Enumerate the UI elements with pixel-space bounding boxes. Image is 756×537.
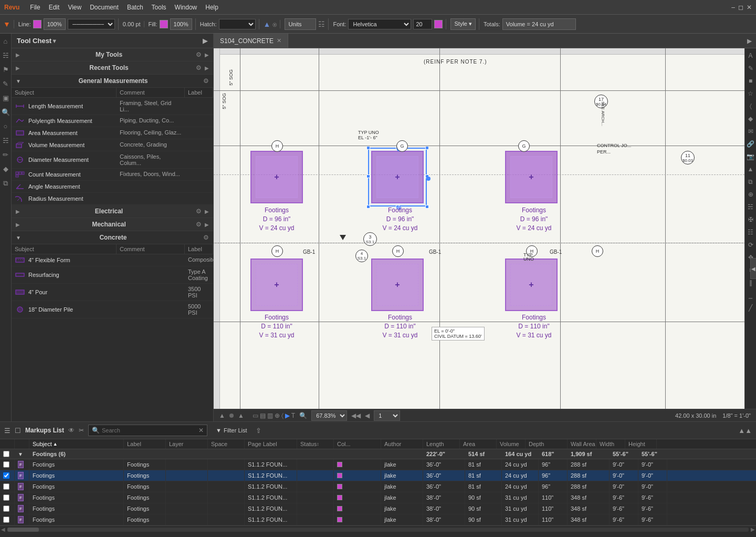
rt-icon-diagonal[interactable]: ╱ [747, 303, 754, 313]
row-check-1[interactable] [0, 470, 15, 481]
left-icon-compare[interactable]: ⧉ [2, 178, 9, 189]
left-icon-pages[interactable]: ☵ [1, 50, 10, 61]
prev-btn[interactable]: ◀ [365, 412, 370, 419]
markup-row-4[interactable]: F Footings Footings S1.1.2 FOUN... jlake… [0, 503, 756, 514]
electrical-settings-icon[interactable]: ⚙ [196, 208, 202, 215]
style-btn[interactable]: Style ▾ [450, 18, 476, 30]
menu-batch[interactable]: Batch [127, 4, 143, 11]
tool-chest-header[interactable]: Tool Chest ▼ ▶ [12, 34, 213, 48]
menu-tools[interactable]: Tools [152, 4, 166, 11]
page-select[interactable]: 1 [374, 410, 400, 421]
col-hdr-height[interactable]: Height [625, 439, 657, 449]
rt-icon-image[interactable]: 📷 [745, 151, 756, 162]
blueprint-canvas[interactable]: (REINF PER NOTE 7.) 5" SOG 5" SOG + Foot… [214, 48, 744, 409]
window-restore[interactable]: ◻ [738, 4, 743, 11]
menu-view[interactable]: View [68, 4, 81, 11]
rt-icon-attach[interactable]: ✉ [747, 126, 755, 137]
mechanical-expand-icon[interactable]: ▶ [205, 222, 209, 228]
tab-expand-btn[interactable]: ▶ [743, 37, 756, 45]
split-h-btn[interactable]: ▤ [260, 412, 266, 419]
line-color-swatch[interactable] [33, 20, 41, 28]
markups-visibility-icon[interactable]: 👁 [68, 427, 75, 434]
tool-row-count[interactable]: Count Measurement Fixtures, Doors, Wind.… [12, 169, 213, 181]
col-hdr-layer[interactable]: Layer [166, 439, 208, 449]
col-hdr-label[interactable]: Label [124, 439, 166, 449]
handle-tl[interactable] [366, 146, 370, 150]
col-hdr-wallarea[interactable]: Wall Area [568, 439, 596, 449]
bottom-scrollbar[interactable]: ◀ ▶ [0, 525, 756, 533]
left-icon-measurements[interactable]: ○ [2, 121, 9, 132]
measure-icon[interactable]: ⍟ [272, 20, 277, 28]
rt-icon-stamp[interactable]: ◆ [747, 113, 754, 124]
footing-5[interactable]: + [371, 259, 424, 311]
col-hdr-length[interactable]: Length [423, 439, 460, 449]
tool-row-angle[interactable]: Angle Measurement [12, 181, 213, 193]
tool-row-polylength[interactable]: Polylength Measurement Piping, Ducting, … [12, 115, 213, 127]
electrical-expand-icon[interactable]: ▶ [205, 209, 209, 214]
totals-value-btn[interactable]: Volume = 24 cu yd [502, 18, 576, 30]
fill-color-swatch[interactable] [160, 20, 168, 28]
row-check-5[interactable] [0, 514, 15, 525]
pan-btn[interactable]: 〈 [281, 412, 284, 419]
rt-icon-shapes[interactable]: ■ [747, 76, 754, 86]
font-size-input[interactable] [413, 19, 432, 29]
left-icon-stamps[interactable]: ◆ [2, 163, 10, 174]
prev-page-btn[interactable]: ◀◀ [351, 412, 361, 419]
row-check-4[interactable] [0, 503, 15, 514]
col-hdr-author[interactable]: Author [381, 439, 423, 449]
left-icon-signatures[interactable]: ✎ [1, 78, 10, 89]
tab-s104-concrete[interactable]: S104_CONCRETE ✕ [214, 34, 288, 48]
panel-collapse-btn[interactable]: ◀ [750, 258, 756, 279]
handle-ml[interactable] [366, 174, 370, 178]
col-hdr-volume[interactable]: Volume [497, 439, 526, 449]
row-check-0[interactable] [0, 459, 15, 470]
toolbar-app-icon[interactable]: ▼ [3, 20, 10, 28]
units-btn[interactable]: Units [285, 18, 316, 30]
rt-icon-pencil[interactable]: ✎ [747, 63, 755, 74]
hatch-select[interactable] [219, 19, 256, 29]
rt-icon-ruler-v[interactable]: ‖ [748, 277, 754, 288]
footing-3[interactable]: + [505, 151, 558, 203]
rt-icon-layers2[interactable]: ☵ [746, 202, 755, 212]
col-hdr-area[interactable]: Area [460, 439, 497, 449]
my-tools-settings-icon[interactable]: ⚙ [196, 51, 202, 58]
markups-filter-icon[interactable]: ✂ [79, 427, 84, 434]
footing-4[interactable]: + [250, 259, 303, 311]
columns-icon[interactable]: ☷ [318, 20, 325, 28]
rt-icon-3d[interactable]: ▲ [746, 164, 755, 174]
my-tools-expand-icon[interactable]: ▶ [205, 52, 209, 58]
group-check[interactable] [0, 449, 15, 459]
col-hdr-col[interactable]: Col... [334, 439, 381, 449]
center-handle-right[interactable] [426, 177, 430, 181]
col-hdr-width[interactable]: Width [596, 439, 625, 449]
general-measurements-section[interactable]: ▼ General Measurements ⚙ [12, 75, 213, 88]
markup-row-0[interactable]: F Footings Footings S1.1.2 FOUN... jlake… [0, 459, 756, 470]
rt-icon-line-tool[interactable]: ⎯ [747, 290, 754, 301]
list-icon[interactable]: ☰ [4, 427, 10, 435]
fit-page-btn[interactable]: ▭ [253, 412, 258, 419]
mechanical-settings-icon[interactable]: ⚙ [196, 221, 202, 228]
footing-1[interactable]: + [250, 151, 303, 203]
footing-6[interactable]: + [505, 259, 558, 311]
group-checkbox[interactable] [3, 451, 9, 457]
concrete-section[interactable]: ▼ Concrete ⚙ [12, 231, 213, 244]
markups-search-input[interactable] [102, 427, 196, 433]
col-hdr-subject[interactable]: Subject ▲ [29, 439, 124, 449]
calibrate-icon[interactable]: ▲ [264, 20, 271, 28]
general-measurements-settings-icon[interactable]: ⚙ [203, 77, 209, 85]
tool-chest-collapse-arrow[interactable]: ▶ [203, 37, 208, 45]
status-triangle-left[interactable]: ▲ [219, 412, 225, 419]
sync-btn[interactable]: ⊕ [275, 412, 280, 419]
col-hdr-depth[interactable]: Depth [526, 439, 568, 449]
cursor-btn[interactable]: ▶ [285, 412, 290, 419]
checkbox-icon[interactable]: ☐ [15, 427, 21, 435]
tool-row-diameter-pile[interactable]: 18" Diameter Pile 5000 PSI [12, 301, 213, 318]
tool-chest-dropdown-icon[interactable]: ▼ [51, 38, 57, 44]
tab-close-btn[interactable]: ✕ [277, 37, 281, 44]
markup-row-2[interactable]: F Footings Footings S1.1.2 FOUN... jlake… [0, 481, 756, 492]
left-icon-layers[interactable]: ☵ [1, 135, 10, 146]
text-cursor-btn[interactable]: T [291, 412, 295, 419]
col-hdr-status[interactable]: Status ↕ [297, 439, 334, 449]
tool-row-resurfacing[interactable]: Resurfacing Type A Coating [12, 266, 213, 284]
rt-icon-zoom[interactable]: ⊕ [747, 189, 755, 200]
